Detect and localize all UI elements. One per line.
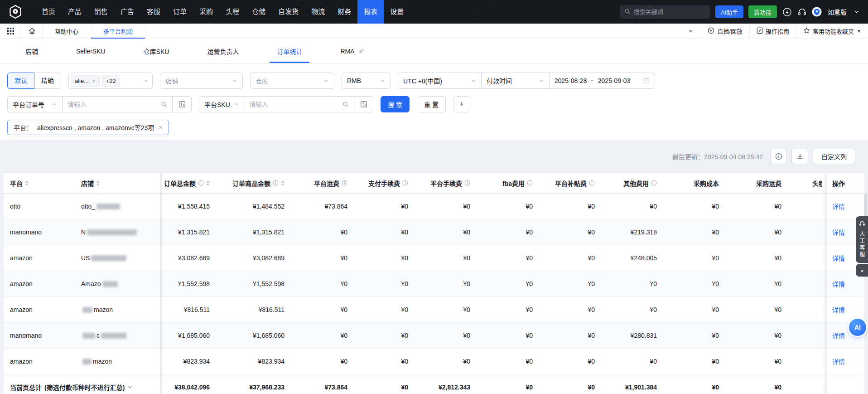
info-circle-icon[interactable] [527, 180, 533, 186]
nav-item[interactable]: 订单 [167, 0, 193, 24]
warehouse-select[interactable]: 仓库 [250, 73, 334, 89]
subtab-运营负责人[interactable]: 运营负责人 [188, 39, 258, 63]
remove-chip-icon[interactable]: × [159, 124, 162, 131]
search-button[interactable]: 搜 索 [381, 96, 410, 112]
subtab-SellerSKU[interactable]: SellerSKU [57, 39, 125, 63]
platform-tag: alie... × [71, 75, 100, 87]
pin-icon[interactable] [358, 48, 364, 54]
detail-link[interactable]: 详情 [832, 332, 845, 340]
column-header[interactable]: 订单商品金额 [214, 173, 289, 193]
detail-link[interactable]: 详情 [832, 203, 845, 210]
header-cell: 平台 [10, 179, 55, 188]
info-button[interactable] [770, 149, 787, 164]
add-filter-button[interactable]: + [453, 96, 470, 112]
headway-cell [786, 297, 827, 322]
currency-select[interactable]: RMB [342, 73, 391, 89]
chevron-down-icon[interactable] [852, 7, 862, 17]
home-icon[interactable] [21, 24, 43, 39]
detail-link[interactable]: 详情 [832, 281, 845, 288]
detail-link[interactable]: 详情 [832, 229, 845, 236]
headset-icon[interactable] [797, 7, 807, 17]
app-logo-icon[interactable] [8, 5, 23, 19]
nav-item[interactable]: 销售 [88, 0, 114, 24]
batch-input-icon[interactable] [354, 96, 373, 112]
info-circle-icon[interactable] [342, 180, 347, 186]
remove-tag-icon[interactable]: × [92, 78, 96, 84]
match-mode-default[interactable]: 默认 [7, 73, 34, 89]
ai-assistant-button[interactable]: AI助手 [715, 5, 743, 18]
chevron-down-icon [380, 78, 385, 83]
tab-multi-platform-profit[interactable]: 多平台利润 [91, 24, 145, 39]
column-label: 店铺 [81, 179, 94, 188]
nav-item[interactable]: 物流 [305, 0, 331, 24]
order-no-input[interactable] [68, 101, 157, 108]
nav-item[interactable]: 产品 [62, 0, 88, 24]
info-circle-icon[interactable] [402, 180, 408, 186]
search-icon[interactable] [342, 101, 349, 107]
ai-fab-button[interactable]: AI [849, 319, 866, 336]
info-circle-icon[interactable] [651, 180, 657, 186]
sku-input[interactable] [249, 101, 339, 108]
match-mode-exact[interactable]: 精确 [34, 73, 61, 89]
user-avatar[interactable] [812, 7, 822, 17]
global-search-input[interactable] [634, 9, 706, 15]
column-header[interactable]: 平台 [4, 173, 55, 193]
collapse-panel-button[interactable]: » [856, 264, 868, 277]
subtab-订单统计[interactable]: 订单统计 [258, 39, 321, 63]
info-circle-icon[interactable] [464, 180, 470, 186]
store-select[interactable]: 店铺 [160, 73, 243, 89]
new-features-button[interactable]: 新功能 [748, 5, 777, 18]
amount-cell: ¥1,315.821 [160, 219, 214, 245]
apps-grid-icon[interactable] [0, 24, 21, 39]
subtab-店铺[interactable]: 店铺 [6, 39, 57, 63]
subtab-RMA[interactable]: RMA [321, 39, 383, 63]
info-circle-icon[interactable] [589, 180, 595, 186]
store-name-part: N [81, 229, 86, 236]
live-support-panel[interactable]: 人工客服 [856, 216, 868, 263]
nav-item[interactable]: 财务 [331, 0, 357, 24]
live-replay-button[interactable]: 直播/回放 [701, 24, 749, 39]
date-range-picker[interactable]: 2025-08-28 ~ 2025-09-03 [550, 73, 655, 89]
search-icon[interactable] [161, 101, 167, 107]
sort-carets-icon[interactable] [281, 180, 285, 186]
download-center-icon[interactable] [782, 7, 792, 17]
nav-item[interactable]: 采购 [193, 0, 219, 24]
nav-item[interactable]: 客服 [140, 0, 167, 24]
amount-cell: ¥0 [661, 348, 723, 374]
nav-item[interactable]: 自发货 [272, 0, 305, 24]
detail-link[interactable]: 详情 [832, 255, 845, 262]
nav-item[interactable]: 报表 [357, 0, 384, 24]
sort-carets-icon[interactable] [206, 180, 210, 186]
tab-help-center[interactable]: 帮助中心 [43, 24, 91, 39]
header-cell: 其他费用 [599, 179, 657, 188]
guide-button[interactable]: 操作指南 [749, 24, 796, 39]
nav-item[interactable]: 头程 [219, 0, 246, 24]
export-download-button[interactable] [791, 149, 808, 164]
batch-input-icon[interactable] [173, 96, 192, 112]
detail-link[interactable]: 详情 [832, 358, 845, 365]
timezone-select[interactable]: UTC +8(中国) [398, 73, 482, 89]
tabs-overflow-chevron-icon[interactable] [680, 28, 701, 34]
order-no-field-select[interactable]: 平台订单号 [7, 96, 63, 112]
customize-columns-button[interactable]: 自定义列 [813, 149, 855, 164]
sort-carets-icon[interactable] [96, 180, 100, 186]
column-header[interactable]: 店铺 [55, 173, 160, 193]
sort-carets-icon[interactable] [25, 180, 29, 186]
sku-field-select[interactable]: 平台SKU [199, 96, 244, 112]
nav-item[interactable]: 广告 [114, 0, 140, 24]
info-circle-icon[interactable] [198, 180, 204, 186]
time-field-select[interactable]: 付款时间 [482, 73, 550, 89]
nav-item[interactable]: 首页 [35, 0, 62, 24]
favorites-button[interactable]: 常用功能收藏夹 ▼ [796, 24, 868, 39]
column-header[interactable]: 订单总金额 [160, 173, 214, 193]
nav-item[interactable]: 设置 [384, 0, 410, 24]
platform-multiselect[interactable]: alie... × +22 [68, 73, 153, 89]
reset-button[interactable]: 重 置 [417, 96, 446, 112]
chevron-down-icon [52, 102, 57, 107]
amount-cell: ¥1,552.598 [214, 271, 289, 297]
info-circle-icon[interactable] [273, 180, 279, 186]
detail-link[interactable]: 详情 [832, 306, 845, 314]
nav-item[interactable]: 仓储 [246, 0, 272, 24]
subtab-仓库SKU[interactable]: 仓库SKU [125, 39, 188, 63]
chevron-down-icon[interactable] [127, 384, 133, 390]
